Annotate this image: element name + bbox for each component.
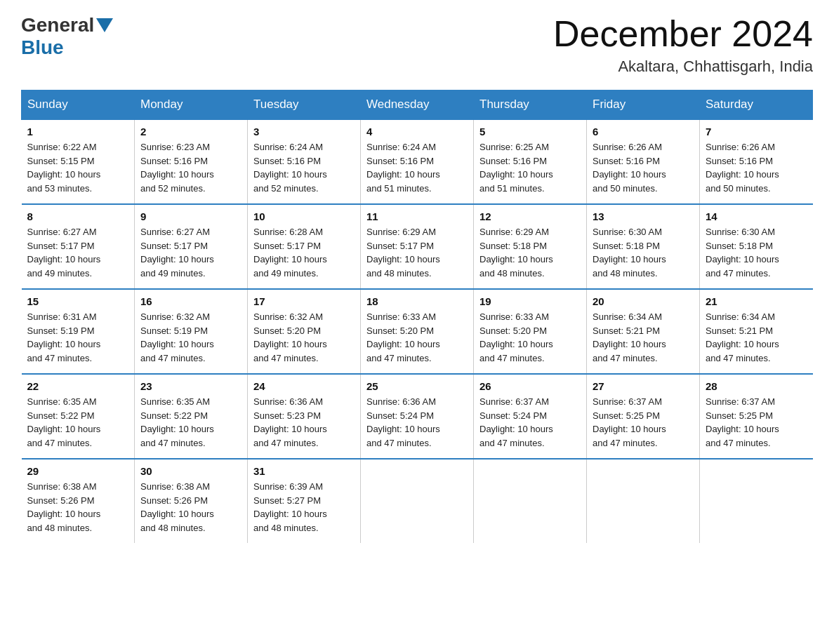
table-row: 24 Sunrise: 6:36 AMSunset: 5:23 PMDaylig… <box>248 374 361 459</box>
day-info: Sunrise: 6:23 AMSunset: 5:16 PMDaylight:… <box>140 140 241 195</box>
table-row: 28 Sunrise: 6:37 AMSunset: 5:25 PMDaylig… <box>700 374 813 459</box>
location-title: Akaltara, Chhattisgarh, India <box>553 58 813 76</box>
day-info: Sunrise: 6:22 AMSunset: 5:15 PMDaylight:… <box>27 140 129 195</box>
logo: General Blue <box>21 14 115 59</box>
day-info: Sunrise: 6:32 AMSunset: 5:20 PMDaylight:… <box>253 310 355 365</box>
day-number: 22 <box>27 380 129 392</box>
day-number: 3 <box>253 126 355 137</box>
day-info: Sunrise: 6:24 AMSunset: 5:16 PMDaylight:… <box>366 140 468 195</box>
day-info: Sunrise: 6:29 AMSunset: 5:17 PMDaylight:… <box>366 225 468 280</box>
day-number: 6 <box>593 126 694 137</box>
title-block: December 2024 Akaltara, Chhattisgarh, In… <box>553 14 813 76</box>
day-number: 28 <box>706 380 807 392</box>
col-friday: Friday <box>587 90 700 120</box>
day-number: 9 <box>140 210 241 222</box>
table-row <box>361 459 474 543</box>
day-info: Sunrise: 6:26 AMSunset: 5:16 PMDaylight:… <box>706 140 807 195</box>
day-number: 13 <box>593 210 694 222</box>
day-info: Sunrise: 6:26 AMSunset: 5:16 PMDaylight:… <box>593 140 694 195</box>
table-row: 25 Sunrise: 6:36 AMSunset: 5:24 PMDaylig… <box>361 374 474 459</box>
day-info: Sunrise: 6:34 AMSunset: 5:21 PMDaylight:… <box>706 310 807 365</box>
day-number: 7 <box>706 126 807 137</box>
day-number: 12 <box>479 210 581 222</box>
calendar-header-row: Sunday Monday Tuesday Wednesday Thursday… <box>22 90 813 120</box>
table-row: 14 Sunrise: 6:30 AMSunset: 5:18 PMDaylig… <box>700 204 813 289</box>
day-number: 16 <box>140 295 241 307</box>
page-header: General Blue December 2024 Akaltara, Chh… <box>21 14 813 76</box>
day-info: Sunrise: 6:27 AMSunset: 5:17 PMDaylight:… <box>140 225 241 280</box>
table-row: 16 Sunrise: 6:32 AMSunset: 5:19 PMDaylig… <box>135 289 248 374</box>
day-info: Sunrise: 6:35 AMSunset: 5:22 PMDaylight:… <box>27 395 129 450</box>
day-info: Sunrise: 6:33 AMSunset: 5:20 PMDaylight:… <box>479 310 581 365</box>
day-info: Sunrise: 6:36 AMSunset: 5:24 PMDaylight:… <box>366 395 468 450</box>
day-info: Sunrise: 6:30 AMSunset: 5:18 PMDaylight:… <box>706 225 807 280</box>
day-number: 14 <box>706 210 807 222</box>
table-row: 21 Sunrise: 6:34 AMSunset: 5:21 PMDaylig… <box>700 289 813 374</box>
table-row: 3 Sunrise: 6:24 AMSunset: 5:16 PMDayligh… <box>248 119 361 204</box>
day-number: 2 <box>140 126 241 137</box>
day-number: 5 <box>479 126 581 137</box>
col-monday: Monday <box>135 90 248 120</box>
table-row: 8 Sunrise: 6:27 AMSunset: 5:17 PMDayligh… <box>22 204 135 289</box>
day-info: Sunrise: 6:27 AMSunset: 5:17 PMDaylight:… <box>27 225 129 280</box>
day-info: Sunrise: 6:38 AMSunset: 5:26 PMDaylight:… <box>27 480 129 535</box>
calendar-week-row: 29 Sunrise: 6:38 AMSunset: 5:26 PMDaylig… <box>22 459 813 543</box>
day-number: 11 <box>366 210 468 222</box>
table-row: 12 Sunrise: 6:29 AMSunset: 5:18 PMDaylig… <box>474 204 587 289</box>
table-row: 1 Sunrise: 6:22 AMSunset: 5:15 PMDayligh… <box>22 119 135 204</box>
day-number: 17 <box>253 295 355 307</box>
day-info: Sunrise: 6:31 AMSunset: 5:19 PMDaylight:… <box>27 310 129 365</box>
day-info: Sunrise: 6:30 AMSunset: 5:18 PMDaylight:… <box>593 225 694 280</box>
table-row: 13 Sunrise: 6:30 AMSunset: 5:18 PMDaylig… <box>587 204 700 289</box>
table-row: 7 Sunrise: 6:26 AMSunset: 5:16 PMDayligh… <box>700 119 813 204</box>
day-number: 18 <box>366 295 468 307</box>
day-number: 26 <box>479 380 581 392</box>
day-number: 29 <box>27 465 129 477</box>
table-row: 4 Sunrise: 6:24 AMSunset: 5:16 PMDayligh… <box>361 119 474 204</box>
table-row <box>700 459 813 543</box>
day-number: 15 <box>27 295 129 307</box>
day-info: Sunrise: 6:29 AMSunset: 5:18 PMDaylight:… <box>479 225 581 280</box>
day-info: Sunrise: 6:36 AMSunset: 5:23 PMDaylight:… <box>253 395 355 450</box>
day-info: Sunrise: 6:28 AMSunset: 5:17 PMDaylight:… <box>253 225 355 280</box>
table-row: 20 Sunrise: 6:34 AMSunset: 5:21 PMDaylig… <box>587 289 700 374</box>
table-row: 26 Sunrise: 6:37 AMSunset: 5:24 PMDaylig… <box>474 374 587 459</box>
table-row: 18 Sunrise: 6:33 AMSunset: 5:20 PMDaylig… <box>361 289 474 374</box>
table-row <box>587 459 700 543</box>
day-number: 8 <box>27 210 129 222</box>
day-number: 25 <box>366 380 468 392</box>
day-number: 4 <box>366 126 468 137</box>
month-title: December 2024 <box>553 14 813 54</box>
table-row: 5 Sunrise: 6:25 AMSunset: 5:16 PMDayligh… <box>474 119 587 204</box>
calendar-week-row: 22 Sunrise: 6:35 AMSunset: 5:22 PMDaylig… <box>22 374 813 459</box>
table-row: 6 Sunrise: 6:26 AMSunset: 5:16 PMDayligh… <box>587 119 700 204</box>
day-info: Sunrise: 6:35 AMSunset: 5:22 PMDaylight:… <box>140 395 241 450</box>
day-number: 30 <box>140 465 241 477</box>
calendar-table: Sunday Monday Tuesday Wednesday Thursday… <box>21 90 813 543</box>
table-row: 11 Sunrise: 6:29 AMSunset: 5:17 PMDaylig… <box>361 204 474 289</box>
table-row: 27 Sunrise: 6:37 AMSunset: 5:25 PMDaylig… <box>587 374 700 459</box>
day-info: Sunrise: 6:33 AMSunset: 5:20 PMDaylight:… <box>366 310 468 365</box>
calendar-week-row: 1 Sunrise: 6:22 AMSunset: 5:15 PMDayligh… <box>22 119 813 204</box>
table-row <box>474 459 587 543</box>
table-row: 22 Sunrise: 6:35 AMSunset: 5:22 PMDaylig… <box>22 374 135 459</box>
day-info: Sunrise: 6:37 AMSunset: 5:25 PMDaylight:… <box>593 395 694 450</box>
day-number: 31 <box>253 465 355 477</box>
table-row: 19 Sunrise: 6:33 AMSunset: 5:20 PMDaylig… <box>474 289 587 374</box>
table-row: 29 Sunrise: 6:38 AMSunset: 5:26 PMDaylig… <box>22 459 135 543</box>
day-info: Sunrise: 6:32 AMSunset: 5:19 PMDaylight:… <box>140 310 241 365</box>
col-sunday: Sunday <box>22 90 135 120</box>
table-row: 2 Sunrise: 6:23 AMSunset: 5:16 PMDayligh… <box>135 119 248 204</box>
col-saturday: Saturday <box>700 90 813 120</box>
logo-triangle-icon <box>96 18 113 32</box>
col-tuesday: Tuesday <box>248 90 361 120</box>
table-row: 10 Sunrise: 6:28 AMSunset: 5:17 PMDaylig… <box>248 204 361 289</box>
day-number: 20 <box>593 295 694 307</box>
day-number: 1 <box>27 126 129 137</box>
table-row: 31 Sunrise: 6:39 AMSunset: 5:27 PMDaylig… <box>248 459 361 543</box>
table-row: 30 Sunrise: 6:38 AMSunset: 5:26 PMDaylig… <box>135 459 248 543</box>
day-number: 19 <box>479 295 581 307</box>
day-number: 24 <box>253 380 355 392</box>
day-number: 21 <box>706 295 807 307</box>
day-info: Sunrise: 6:37 AMSunset: 5:24 PMDaylight:… <box>479 395 581 450</box>
